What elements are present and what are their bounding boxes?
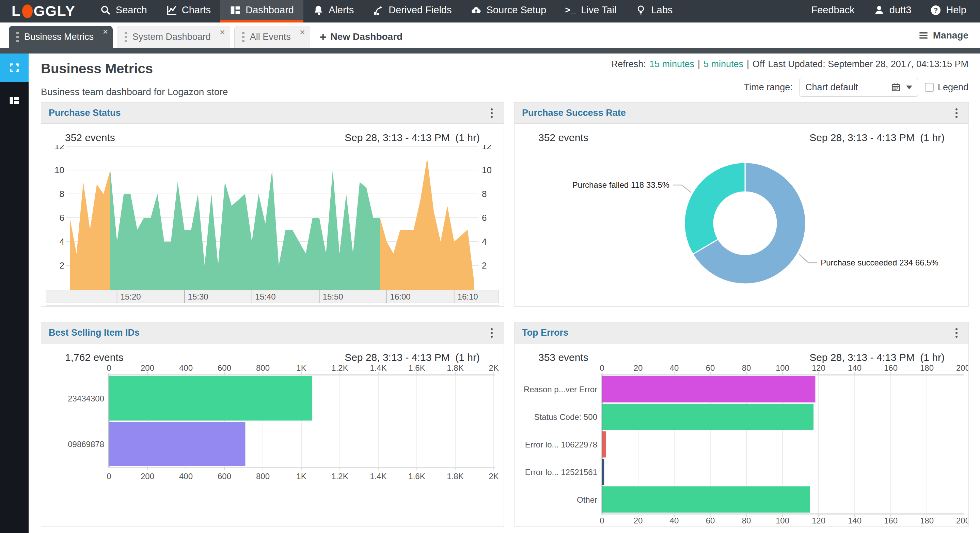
- calendar-icon: [891, 83, 900, 92]
- nav-item-charts[interactable]: Charts: [157, 0, 220, 22]
- tab-close-icon[interactable]: ×: [300, 28, 305, 37]
- panel-meta: 353 events Sep 28, 3:13 - 4:13 PM (1 hr): [514, 343, 969, 365]
- loggly-logo[interactable]: LGGLY: [0, 0, 91, 22]
- tab-close-icon[interactable]: ×: [103, 27, 108, 36]
- last-updated: Last Updated: September 28, 2017, 04:13:…: [768, 59, 969, 70]
- bar-chart-svg: 002002004004006006008008001K1K1.2K1.2K1.…: [46, 365, 499, 525]
- lightbulb-icon: [635, 5, 646, 16]
- bell-icon: [313, 5, 324, 16]
- svg-text:180: 180: [920, 365, 933, 372]
- svg-text:1K: 1K: [296, 472, 306, 481]
- purchase-status-chart[interactable]: 224466881010121215:2015:3015:4015:5016:0…: [41, 145, 504, 306]
- dashboard-icon: [230, 5, 241, 16]
- bar-error-lo-12521561[interactable]: [602, 459, 604, 485]
- svg-text:140: 140: [848, 365, 861, 372]
- manage-button[interactable]: Manage: [919, 30, 969, 41]
- svg-text:1.2K: 1.2K: [331, 472, 348, 481]
- svg-text:10: 10: [482, 165, 492, 175]
- tab-business-metrics[interactable]: Business Metrics×: [9, 26, 113, 48]
- user-menu[interactable]: dutt3: [864, 0, 921, 22]
- nav-item-live-tail[interactable]: >_Live Tail: [556, 0, 626, 22]
- svg-text:12: 12: [482, 145, 492, 151]
- svg-text:140: 140: [848, 516, 861, 525]
- tab-all-events[interactable]: All Events×: [234, 26, 310, 48]
- purchase-success-rate-chart[interactable]: Purchase succeeded 234 66.5%Purchase fai…: [514, 145, 969, 306]
- nav-item-labs[interactable]: Labs: [626, 0, 682, 22]
- chevron-down-icon: [906, 86, 912, 89]
- dashboard-layout-icon: [9, 95, 20, 106]
- svg-text:400: 400: [179, 472, 193, 481]
- dashboard-grid: Purchase Status 352 events Sep 28, 3:13 …: [41, 102, 969, 527]
- svg-text:6: 6: [60, 213, 64, 223]
- svg-text:16:10: 16:10: [458, 292, 478, 301]
- svg-text:600: 600: [218, 472, 231, 481]
- bar-error-lo-10622978[interactable]: [602, 431, 606, 458]
- donut-slice-purchase-failed[interactable]: [684, 163, 745, 254]
- svg-text:16:00: 16:00: [390, 292, 410, 301]
- nav-item-derived-fields[interactable]: Derived Fields: [363, 0, 461, 22]
- svg-text:1.4K: 1.4K: [370, 365, 387, 372]
- svg-text:Purchase failed 118 33.5%: Purchase failed 118 33.5%: [572, 180, 669, 190]
- svg-text:60: 60: [706, 516, 715, 525]
- bar-status-code-500[interactable]: [602, 404, 813, 430]
- kebab-menu-icon[interactable]: [488, 106, 495, 120]
- refresh-off[interactable]: Off: [752, 59, 765, 70]
- svg-text:12: 12: [54, 145, 64, 151]
- top-errors-chart[interactable]: 0020204040606080801001001201201401401601…: [514, 365, 969, 526]
- drag-grip-icon: [125, 32, 127, 42]
- bar-23434300[interactable]: [109, 376, 312, 421]
- area-segment-purchase-status-mid[interactable]: [110, 170, 380, 290]
- svg-text:1.4K: 1.4K: [370, 472, 387, 481]
- svg-text:1.6K: 1.6K: [408, 472, 425, 481]
- nav-item-source-setup[interactable]: Source Setup: [461, 0, 556, 22]
- svg-text:2K: 2K: [488, 472, 498, 481]
- svg-text:2: 2: [60, 260, 64, 271]
- panel-title: Purchase Success Rate: [522, 108, 626, 118]
- refresh-15-link[interactable]: 15 minutes: [649, 59, 694, 70]
- panel-time-range: Sep 28, 3:13 - 4:13 PM (1 hr): [345, 352, 480, 363]
- area-segment-purchase-status-early[interactable]: [70, 170, 110, 290]
- legend-checkbox[interactable]: [925, 83, 934, 92]
- panel-purchase-status: Purchase Status 352 events Sep 28, 3:13 …: [41, 102, 504, 307]
- derived-fields-icon: [373, 5, 384, 16]
- svg-text:0: 0: [600, 516, 604, 525]
- svg-text:0: 0: [107, 472, 111, 481]
- best-selling-item-ids-chart[interactable]: 002002004004006006008008001K1K1.2K1.2K1.…: [41, 365, 504, 526]
- svg-text:6: 6: [482, 213, 487, 223]
- time-range-value: Chart default: [805, 82, 858, 93]
- time-range-select[interactable]: Chart default: [800, 78, 918, 97]
- kebab-menu-icon[interactable]: [488, 326, 495, 340]
- kebab-menu-icon[interactable]: [953, 326, 959, 340]
- tab-system-dashboard[interactable]: System Dashboard×: [117, 26, 230, 48]
- bar-09869878[interactable]: [109, 422, 245, 466]
- panel-title: Best Selling Item IDs: [49, 327, 140, 338]
- event-count: 352 events: [65, 132, 115, 144]
- time-range-controls: Time range: Chart default Legend: [611, 78, 969, 97]
- svg-text:?: ?: [934, 6, 938, 14]
- nav-item-alerts[interactable]: Alerts: [304, 0, 363, 22]
- dashboard-layout-button[interactable]: [0, 86, 29, 115]
- feedback-link[interactable]: Feedback: [802, 0, 864, 22]
- logo-o-dot: [22, 5, 33, 18]
- area-segment-purchase-status-late[interactable]: [380, 158, 474, 290]
- panel-time-range: Sep 28, 3:13 - 4:13 PM (1 hr): [345, 132, 480, 144]
- nav-item-search[interactable]: Search: [91, 0, 157, 22]
- kebab-menu-icon[interactable]: [953, 106, 959, 120]
- fullscreen-button[interactable]: [0, 54, 29, 82]
- nav-item-dashboard[interactable]: Dashboard: [220, 0, 304, 22]
- search-icon: [100, 5, 111, 16]
- tab-close-icon[interactable]: ×: [220, 28, 225, 37]
- svg-text:23434300: 23434300: [68, 394, 104, 403]
- svg-text:180: 180: [920, 516, 933, 525]
- bar-reason-p-ver-error[interactable]: [602, 376, 815, 402]
- header-controls: Refresh: 15 minutes | 5 minutes | Off La…: [611, 59, 969, 97]
- bar-other[interactable]: [602, 486, 810, 512]
- svg-text:200: 200: [141, 365, 154, 372]
- svg-text:200: 200: [141, 472, 154, 481]
- refresh-5-link[interactable]: 5 minutes: [703, 59, 743, 70]
- event-count: 352 events: [538, 132, 589, 144]
- help-link[interactable]: ? Help: [921, 0, 980, 22]
- panel-meta: 352 events Sep 28, 3:13 - 4:13 PM (1 hr): [41, 124, 504, 145]
- new-dashboard-button[interactable]: +New Dashboard: [320, 26, 402, 48]
- refresh-controls: Refresh: 15 minutes | 5 minutes | Off La…: [611, 59, 969, 70]
